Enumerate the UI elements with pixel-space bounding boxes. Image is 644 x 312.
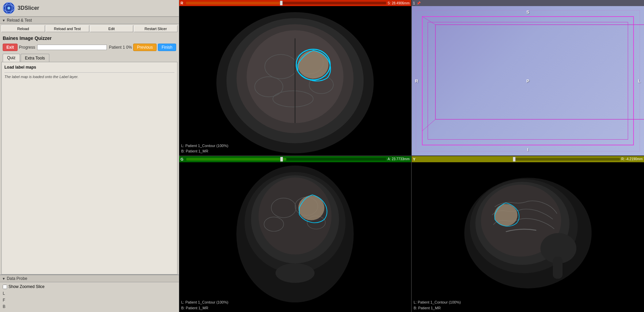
- 3d-view-area[interactable]: S I R L P: [412, 6, 644, 155]
- restart-slicer-button[interactable]: Restart Slicer: [134, 25, 177, 32]
- coronal-slider-thumb: [280, 157, 283, 162]
- app-title: 3DSlicer: [18, 5, 39, 11]
- sagittal-brain-svg: [412, 162, 644, 312]
- reload-button[interactable]: Reload: [1, 25, 45, 32]
- quiz-title: Baines Image Quizzer: [0, 33, 179, 42]
- show-zoomed-label: Show Zoomed Slice: [8, 284, 45, 289]
- axial-mm-label: S: 28.4906mm: [387, 1, 409, 5]
- axial-label1: L: Patient 1_Contour (100%): [181, 143, 228, 149]
- patient-label: Patient 1 0%: [109, 45, 132, 50]
- coronal-label1: L: Patient 1_Contour (100%): [181, 299, 228, 305]
- data-probe-arrow-icon: ▼: [2, 277, 5, 281]
- axial-labels-bottom: L: Patient 1_Contour (100%) B: Patient 1…: [181, 143, 228, 154]
- progress-row: Exit Progress Patient 1 0% Previous Fini…: [0, 42, 179, 52]
- 3d-perspective-svg: [412, 6, 644, 155]
- coronal-slice-header: G A: 23.7733mm: [179, 156, 411, 162]
- data-probe-label: Data Probe: [7, 276, 27, 281]
- sagittal-labels-bottom: L: Patient 1_Contour (100%) B: Patient 1…: [414, 299, 461, 311]
- progress-bar: [37, 45, 107, 50]
- sagittal-slider-fill: [418, 158, 515, 161]
- app-logo: [3, 2, 15, 14]
- coronal-brain-svg: [179, 162, 411, 312]
- left-panel: 3DSlicer ▼ Reload & Test Reload Reload a…: [0, 0, 179, 312]
- bottom-section: ▼ Data Probe Show Zoomed Slice L F B: [0, 274, 179, 312]
- viewer-3d[interactable]: 1 📌 S I R L P: [412, 0, 644, 156]
- previous-button[interactable]: Previous: [133, 44, 157, 51]
- coronal-color-tag: G: [181, 157, 184, 161]
- exit-button[interactable]: Exit: [3, 44, 18, 51]
- axial-image-area[interactable]: L: Patient 1_Contour (100%) B: Patient 1…: [179, 6, 411, 155]
- coronal-slider-fill: [186, 158, 286, 161]
- axial-brain-svg: [179, 6, 411, 155]
- app-header: 3DSlicer: [0, 0, 179, 17]
- load-label-maps-header: Load label maps: [4, 65, 174, 70]
- 3d-icon: 📌: [416, 1, 421, 5]
- sagittal-mm-label: R: -4.2190mm: [621, 157, 643, 161]
- coronal-label2: B: Patient 1_MR: [181, 305, 228, 311]
- svg-point-3: [7, 7, 10, 9]
- sagittal-slider-track[interactable]: [418, 158, 620, 161]
- svg-rect-18: [435, 25, 644, 119]
- coronal-image-area[interactable]: L: Patient 1_Contour (100%) B: Patient 1…: [179, 162, 411, 312]
- svg-rect-40: [553, 257, 563, 279]
- show-zoomed-row: Show Zoomed Slice: [3, 284, 176, 290]
- finish-button[interactable]: Finish: [158, 44, 176, 51]
- data-probe-section-header[interactable]: ▼ Data Probe: [0, 275, 179, 282]
- sagittal-label1: L: Patient 1_Contour (100%): [414, 299, 461, 305]
- axial-slice-header: R S: 28.4906mm: [179, 0, 411, 6]
- svg-line-21: [422, 119, 435, 131]
- sagittal-slider-thumb: [513, 157, 516, 162]
- coronal-slider-track[interactable]: [186, 158, 386, 161]
- tab-content-area: Load label maps The label map is loaded …: [1, 62, 177, 274]
- axial-slider-fill: [186, 2, 282, 4]
- data-probe-section: ▼ Data Probe Show Zoomed Slice L F B: [0, 274, 179, 312]
- data-probe-content: Show Zoomed Slice L F B: [0, 282, 179, 312]
- coronal-labels-bottom: L: Patient 1_Contour (100%) B: Patient 1…: [181, 299, 228, 311]
- 3d-header: 1 📌: [412, 0, 644, 6]
- svg-point-32: [276, 263, 315, 283]
- f-coord: F: [3, 297, 176, 304]
- sagittal-color-tag: Y: [413, 157, 415, 161]
- tab-extra-tools[interactable]: Extra Tools: [21, 54, 49, 62]
- reload-test-section-header[interactable]: ▼ Reload & Test: [0, 17, 179, 24]
- tabs-row: Quiz Extra Tools: [0, 52, 179, 62]
- axial-color-tag: R: [181, 1, 183, 5]
- right-panel: R S: 28.4906mm: [179, 0, 644, 312]
- tab-quiz[interactable]: Quiz: [3, 54, 20, 62]
- show-zoomed-checkbox[interactable]: [3, 285, 7, 289]
- viewer-axial[interactable]: R S: 28.4906mm: [179, 0, 412, 156]
- sagittal-slice-header: Y R: -4.2190mm: [412, 156, 644, 162]
- reload-test-label: Reload & Test: [7, 18, 32, 23]
- viewer-coronal[interactable]: G A: 23.7733mm: [179, 156, 412, 312]
- section-arrow-icon: ▼: [2, 19, 5, 22]
- viewer-sagittal[interactable]: Y R: -4.2190mm: [412, 156, 644, 312]
- axial-slider-track[interactable]: [186, 2, 386, 4]
- coronal-mm-label: A: 23.7733mm: [387, 157, 409, 161]
- svg-line-19: [422, 16, 435, 25]
- axial-label2: B: Patient 1_MR: [181, 148, 228, 154]
- progress-label: Progress: [19, 45, 35, 50]
- l-coord: L: [3, 290, 176, 297]
- b-coord: B: [3, 304, 176, 310]
- coord-labels: L F B: [3, 290, 176, 311]
- sagittal-image-area[interactable]: L: Patient 1_Contour (100%) B: Patient 1…: [412, 162, 644, 312]
- sagittal-label2: B: Patient 1_MR: [414, 305, 461, 311]
- reload-test-button[interactable]: Reload and Test: [46, 25, 89, 32]
- axial-slider-thumb: [280, 1, 283, 5]
- edit-button[interactable]: Edit: [90, 25, 134, 32]
- 3d-pin-label: 1: [413, 1, 415, 5]
- label-map-description: The label map is loaded onto the Label l…: [4, 72, 174, 79]
- toolbar-row: Reload Reload and Test Edit Restart Slic…: [0, 24, 179, 33]
